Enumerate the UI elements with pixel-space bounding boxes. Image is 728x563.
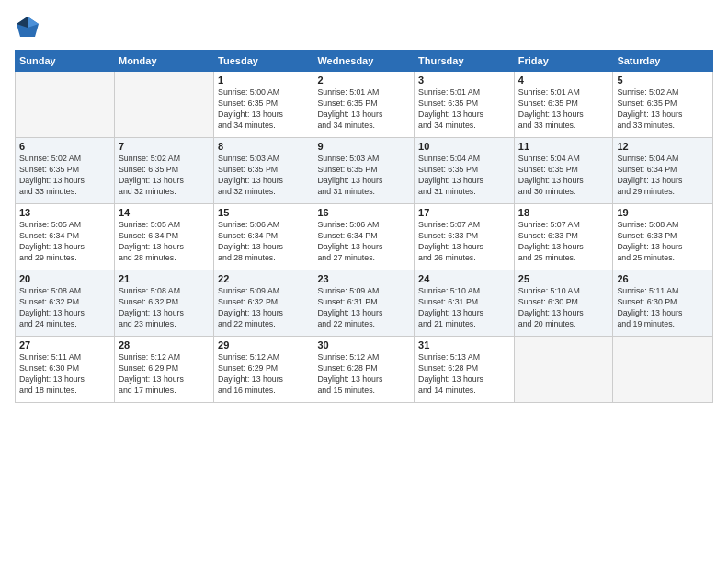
calendar-cell xyxy=(114,72,213,138)
day-info: Sunrise: 5:07 AM Sunset: 6:33 PM Dayligh… xyxy=(418,220,510,264)
calendar-cell: 31Sunrise: 5:13 AM Sunset: 6:28 PM Dayli… xyxy=(415,337,515,403)
day-number: 7 xyxy=(119,141,210,152)
weekday-thursday: Thursday xyxy=(415,51,515,72)
day-number: 19 xyxy=(617,207,709,218)
day-number: 20 xyxy=(19,273,110,284)
day-info: Sunrise: 5:00 AM Sunset: 6:35 PM Dayligh… xyxy=(218,87,309,132)
day-info: Sunrise: 5:06 AM Sunset: 6:34 PM Dayligh… xyxy=(317,220,410,264)
day-number: 23 xyxy=(317,273,410,284)
calendar-cell: 20Sunrise: 5:08 AM Sunset: 6:32 PM Dayli… xyxy=(16,270,115,337)
day-info: Sunrise: 5:03 AM Sunset: 6:35 PM Dayligh… xyxy=(218,154,309,198)
calendar-cell: 1Sunrise: 5:00 AM Sunset: 6:35 PM Daylig… xyxy=(214,72,313,138)
calendar-cell: 15Sunrise: 5:06 AM Sunset: 6:34 PM Dayli… xyxy=(214,204,313,270)
weekday-tuesday: Tuesday xyxy=(214,51,313,72)
day-info: Sunrise: 5:02 AM Sunset: 6:35 PM Dayligh… xyxy=(617,87,709,132)
calendar-cell: 28Sunrise: 5:12 AM Sunset: 6:29 PM Dayli… xyxy=(114,337,213,403)
calendar-cell: 25Sunrise: 5:10 AM Sunset: 6:30 PM Dayli… xyxy=(514,270,613,337)
day-number: 21 xyxy=(119,273,210,284)
day-number: 25 xyxy=(518,273,609,284)
day-info: Sunrise: 5:04 AM Sunset: 6:35 PM Dayligh… xyxy=(418,154,510,198)
day-info: Sunrise: 5:06 AM Sunset: 6:34 PM Dayligh… xyxy=(218,220,309,264)
page: SundayMondayTuesdayWednesdayThursdayFrid… xyxy=(0,0,728,563)
logo-icon xyxy=(15,15,40,40)
calendar-cell: 23Sunrise: 5:09 AM Sunset: 6:31 PM Dayli… xyxy=(313,270,415,337)
calendar-cell: 10Sunrise: 5:04 AM Sunset: 6:35 PM Dayli… xyxy=(415,138,515,204)
day-info: Sunrise: 5:13 AM Sunset: 6:28 PM Dayligh… xyxy=(418,352,510,396)
calendar-cell: 24Sunrise: 5:10 AM Sunset: 6:31 PM Dayli… xyxy=(415,270,515,337)
day-number: 10 xyxy=(418,141,510,152)
day-number: 24 xyxy=(418,273,510,284)
weekday-saturday: Saturday xyxy=(613,51,713,72)
week-row-5: 27Sunrise: 5:11 AM Sunset: 6:30 PM Dayli… xyxy=(16,337,713,403)
calendar-cell: 19Sunrise: 5:08 AM Sunset: 6:33 PM Dayli… xyxy=(613,204,713,270)
day-number: 13 xyxy=(19,207,110,218)
calendar-cell: 4Sunrise: 5:01 AM Sunset: 6:35 PM Daylig… xyxy=(514,72,613,138)
day-number: 15 xyxy=(218,207,309,218)
day-number: 27 xyxy=(19,339,110,350)
calendar-cell: 17Sunrise: 5:07 AM Sunset: 6:33 PM Dayli… xyxy=(415,204,515,270)
day-info: Sunrise: 5:09 AM Sunset: 6:32 PM Dayligh… xyxy=(218,286,309,330)
calendar-cell xyxy=(613,337,713,403)
calendar-cell xyxy=(514,337,613,403)
day-number: 8 xyxy=(218,141,309,152)
day-info: Sunrise: 5:10 AM Sunset: 6:31 PM Dayligh… xyxy=(418,286,510,330)
header xyxy=(15,15,713,40)
calendar-cell: 6Sunrise: 5:02 AM Sunset: 6:35 PM Daylig… xyxy=(16,138,115,204)
day-number: 18 xyxy=(518,207,609,218)
day-number: 28 xyxy=(119,339,210,350)
day-info: Sunrise: 5:05 AM Sunset: 6:34 PM Dayligh… xyxy=(19,220,110,264)
calendar-cell: 11Sunrise: 5:04 AM Sunset: 6:35 PM Dayli… xyxy=(514,138,613,204)
day-number: 5 xyxy=(617,75,709,86)
calendar-cell: 26Sunrise: 5:11 AM Sunset: 6:30 PM Dayli… xyxy=(613,270,713,337)
day-info: Sunrise: 5:01 AM Sunset: 6:35 PM Dayligh… xyxy=(418,87,510,132)
calendar-cell: 13Sunrise: 5:05 AM Sunset: 6:34 PM Dayli… xyxy=(16,204,115,270)
weekday-friday: Friday xyxy=(514,51,613,72)
calendar-cell: 21Sunrise: 5:08 AM Sunset: 6:32 PM Dayli… xyxy=(114,270,213,337)
week-row-4: 20Sunrise: 5:08 AM Sunset: 6:32 PM Dayli… xyxy=(16,270,713,337)
day-info: Sunrise: 5:01 AM Sunset: 6:35 PM Dayligh… xyxy=(518,87,609,132)
day-number: 12 xyxy=(617,141,709,152)
day-info: Sunrise: 5:11 AM Sunset: 6:30 PM Dayligh… xyxy=(617,286,709,330)
day-info: Sunrise: 5:11 AM Sunset: 6:30 PM Dayligh… xyxy=(19,352,110,396)
calendar-cell: 7Sunrise: 5:02 AM Sunset: 6:35 PM Daylig… xyxy=(114,138,213,204)
calendar-cell: 18Sunrise: 5:07 AM Sunset: 6:33 PM Dayli… xyxy=(514,204,613,270)
weekday-header-row: SundayMondayTuesdayWednesdayThursdayFrid… xyxy=(16,51,713,72)
day-info: Sunrise: 5:12 AM Sunset: 6:29 PM Dayligh… xyxy=(119,352,210,396)
day-info: Sunrise: 5:12 AM Sunset: 6:28 PM Dayligh… xyxy=(317,352,410,396)
day-info: Sunrise: 5:08 AM Sunset: 6:32 PM Dayligh… xyxy=(19,286,110,330)
day-info: Sunrise: 5:07 AM Sunset: 6:33 PM Dayligh… xyxy=(518,220,609,264)
calendar-cell: 22Sunrise: 5:09 AM Sunset: 6:32 PM Dayli… xyxy=(214,270,313,337)
day-info: Sunrise: 5:04 AM Sunset: 6:35 PM Dayligh… xyxy=(518,154,609,198)
calendar-cell: 9Sunrise: 5:03 AM Sunset: 6:35 PM Daylig… xyxy=(313,138,415,204)
day-number: 3 xyxy=(418,75,510,86)
day-info: Sunrise: 5:09 AM Sunset: 6:31 PM Dayligh… xyxy=(317,286,410,330)
day-number: 14 xyxy=(119,207,210,218)
weekday-wednesday: Wednesday xyxy=(313,51,415,72)
day-info: Sunrise: 5:08 AM Sunset: 6:33 PM Dayligh… xyxy=(617,220,709,264)
calendar-cell: 12Sunrise: 5:04 AM Sunset: 6:34 PM Dayli… xyxy=(613,138,713,204)
day-number: 31 xyxy=(418,339,510,350)
calendar-cell: 5Sunrise: 5:02 AM Sunset: 6:35 PM Daylig… xyxy=(613,72,713,138)
calendar-cell: 27Sunrise: 5:11 AM Sunset: 6:30 PM Dayli… xyxy=(16,337,115,403)
day-number: 11 xyxy=(518,141,609,152)
logo xyxy=(15,15,44,40)
calendar-cell xyxy=(16,72,115,138)
day-info: Sunrise: 5:02 AM Sunset: 6:35 PM Dayligh… xyxy=(19,154,110,198)
day-number: 6 xyxy=(19,141,110,152)
day-number: 22 xyxy=(218,273,309,284)
day-info: Sunrise: 5:10 AM Sunset: 6:30 PM Dayligh… xyxy=(518,286,609,330)
calendar-cell: 3Sunrise: 5:01 AM Sunset: 6:35 PM Daylig… xyxy=(415,72,515,138)
day-info: Sunrise: 5:04 AM Sunset: 6:34 PM Dayligh… xyxy=(617,154,709,198)
week-row-1: 1Sunrise: 5:00 AM Sunset: 6:35 PM Daylig… xyxy=(16,72,713,138)
week-row-3: 13Sunrise: 5:05 AM Sunset: 6:34 PM Dayli… xyxy=(16,204,713,270)
calendar-cell: 14Sunrise: 5:05 AM Sunset: 6:34 PM Dayli… xyxy=(114,204,213,270)
day-info: Sunrise: 5:03 AM Sunset: 6:35 PM Dayligh… xyxy=(317,154,410,198)
day-info: Sunrise: 5:01 AM Sunset: 6:35 PM Dayligh… xyxy=(317,87,410,132)
calendar-cell: 2Sunrise: 5:01 AM Sunset: 6:35 PM Daylig… xyxy=(313,72,415,138)
calendar-cell: 29Sunrise: 5:12 AM Sunset: 6:29 PM Dayli… xyxy=(214,337,313,403)
day-number: 9 xyxy=(317,141,410,152)
weekday-monday: Monday xyxy=(114,51,213,72)
day-number: 1 xyxy=(218,75,309,86)
day-info: Sunrise: 5:05 AM Sunset: 6:34 PM Dayligh… xyxy=(119,220,210,264)
day-number: 2 xyxy=(317,75,410,86)
